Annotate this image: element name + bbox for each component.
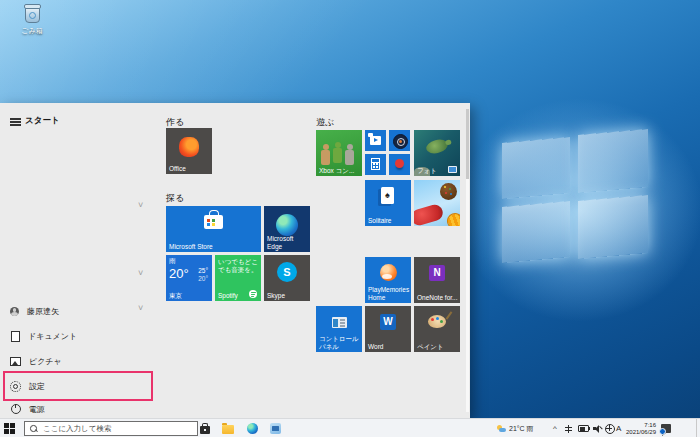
taskbar-explorer-button[interactable] <box>221 422 235 435</box>
search-icon <box>30 425 37 432</box>
taskbar-mail-button[interactable] <box>268 422 282 435</box>
start-menu: スタート 藤原達矢 ドキュメント ピクチャ 設定 電源 ˅ ˅ ˅ 作る 探る <box>0 103 470 418</box>
tile-label: フォト <box>417 167 458 175</box>
xbox-avatar-figure <box>333 148 342 163</box>
taskbar-clock[interactable]: 7:16 2021/06/29 <box>626 422 656 436</box>
start-menu-scrollbar[interactable] <box>466 109 469 412</box>
mail-icon <box>270 423 281 434</box>
tile-label: Word <box>368 343 409 351</box>
user-avatar-icon <box>10 307 19 316</box>
tile-office[interactable]: Office <box>166 128 212 174</box>
sidebar-item-user[interactable]: 藤原達矢 <box>0 304 150 318</box>
group-header-play[interactable]: 遊ぶ <box>316 116 334 129</box>
tile-paint[interactable]: ペイント <box>414 306 460 352</box>
hamburger-menu-icon[interactable] <box>10 118 21 126</box>
office-icon <box>179 137 199 157</box>
tile-maps[interactable] <box>389 154 410 175</box>
tile-onenote[interactable]: N OneNote for... <box>414 257 460 303</box>
tray-usb-button[interactable] <box>565 419 572 437</box>
tile-label: Xbox コン... <box>319 167 360 175</box>
playmemories-icon <box>380 264 397 281</box>
action-center-button[interactable] <box>661 419 671 437</box>
spotify-tagline: いつでもどこでも音楽を。 <box>218 258 258 274</box>
tray-weather-widget[interactable]: 21°C 雨 <box>497 419 534 437</box>
store-icon <box>200 426 210 434</box>
sidebar-item-settings[interactable]: 設定 <box>0 379 150 393</box>
tile-photos[interactable]: フォト <box>414 130 460 176</box>
tray-battery-button[interactable] <box>578 419 589 437</box>
start-menu-title: スタート <box>25 115 60 127</box>
tray-network-button[interactable] <box>605 419 615 437</box>
chevron-down-icon[interactable]: ˅ <box>138 303 143 313</box>
tile-camera[interactable] <box>389 130 410 151</box>
tile-candy-crush[interactable] <box>414 180 460 226</box>
battery-icon <box>578 425 589 432</box>
sidebar-item-power[interactable]: 電源 <box>0 402 150 416</box>
logo-pane <box>578 195 648 259</box>
gear-icon <box>10 381 21 392</box>
map-pin-icon <box>395 159 404 168</box>
tile-control-panel[interactable]: コントロール パネル <box>316 306 362 352</box>
tile-label: コントロール パネル <box>319 335 360 350</box>
xbox-avatar-figure <box>321 150 330 165</box>
group-header-explore[interactable]: 探る <box>166 192 184 205</box>
tile-weather[interactable]: 雨 20° 25° 20° 東京 <box>166 255 212 301</box>
user-name: 藤原達矢 <box>27 306 59 317</box>
clock-time: 7:16 <box>626 422 656 429</box>
taskbar-search-box[interactable] <box>24 421 198 436</box>
tile-label: PlayMemories Home <box>368 286 409 301</box>
search-input[interactable] <box>41 423 197 434</box>
recycle-bin-desktop-icon[interactable]: ごみ箱 <box>10 6 54 36</box>
network-icon <box>605 424 615 434</box>
taskbar-edge-button[interactable] <box>245 422 259 435</box>
weather-high: 25° <box>198 267 208 274</box>
tile-microsoft-store[interactable]: Microsoft Store <box>166 206 261 252</box>
edge-icon <box>276 214 298 236</box>
tile-calculator[interactable] <box>365 154 386 175</box>
tile-solitaire[interactable]: ♠ Solitaire <box>365 180 411 226</box>
tile-label: Skype <box>267 292 308 300</box>
logo-pane <box>578 129 648 193</box>
camera-lens-icon <box>393 134 408 149</box>
tile-microsoft-edge[interactable]: Microsoft Edge <box>264 206 310 252</box>
taskbar-store-button[interactable] <box>198 422 212 435</box>
tile-word[interactable]: W Word <box>365 306 411 352</box>
candy-badge <box>445 211 460 226</box>
tile-xbox[interactable]: Xbox コン... <box>316 130 362 176</box>
chevron-down-icon[interactable]: ˅ <box>138 268 143 278</box>
tile-spotify[interactable]: いつでもどこでも音楽を。 Spotify <box>215 255 261 301</box>
tile-label: Solitaire <box>368 217 409 225</box>
candy-chocolate-ball <box>440 183 457 200</box>
show-desktop-button[interactable] <box>696 419 700 437</box>
speaker-muted-icon <box>593 425 602 433</box>
sidebar-item-pictures[interactable]: ピクチャ <box>0 354 150 368</box>
document-icon <box>11 331 20 342</box>
turtle-photo <box>425 137 450 155</box>
folder-icon <box>222 425 234 434</box>
weather-temp: 20° <box>169 266 189 281</box>
documents-label: ドキュメント <box>28 331 77 342</box>
tile-label: Microsoft Store <box>169 243 259 251</box>
tile-skype[interactable]: S Skype <box>264 255 310 301</box>
word-icon: W <box>380 314 396 330</box>
skype-icon: S <box>277 262 297 282</box>
solitaire-card-icon: ♠ <box>381 187 394 204</box>
tray-chevron-up[interactable]: ^ <box>553 419 557 437</box>
taskbar: 21°C 雨 ^ A 7:16 2021/06/29 <box>0 418 700 437</box>
power-icon <box>11 404 21 414</box>
recycle-bin-label: ごみ箱 <box>10 26 54 36</box>
logo-pane <box>502 201 570 263</box>
tile-playmemories-home[interactable]: PlayMemories Home <box>365 257 411 303</box>
weather-city: 東京 <box>169 292 210 300</box>
tray-ime-mode-button[interactable]: A <box>616 419 621 437</box>
screen: ごみ箱 スタート 藤原達矢 ドキュメント ピクチャ 設定 電源 ˅ ˅ <box>0 0 700 437</box>
tile-movies-tv[interactable] <box>365 130 386 151</box>
start-button[interactable] <box>4 423 15 434</box>
chevron-down-icon[interactable]: ˅ <box>138 200 143 210</box>
windows-logo-icon <box>4 423 9 428</box>
onenote-icon: N <box>429 265 445 281</box>
movies-tv-icon <box>370 136 381 145</box>
tray-volume-button[interactable] <box>593 419 602 437</box>
tile-label: OneNote for... <box>417 294 458 302</box>
sidebar-item-documents[interactable]: ドキュメント <box>0 329 150 343</box>
